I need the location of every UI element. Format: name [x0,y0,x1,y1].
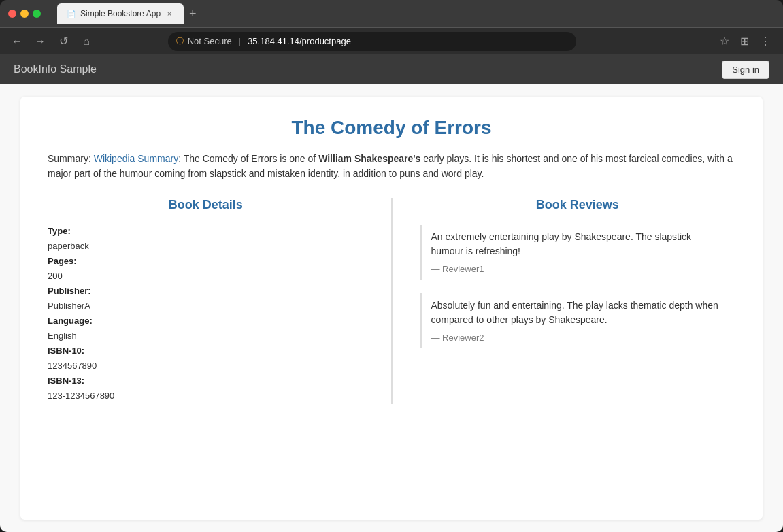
detail-isbn13-row: ISBN-13: [48,374,364,386]
extensions-button[interactable]: ⊞ [736,32,753,50]
publisher-label: Publisher: [48,286,91,296]
detail-type-row: Type: [48,225,364,237]
site-logo: BookInfo Sample [14,63,97,76]
isbn10-value: 1234567890 [48,361,97,371]
summary-text: : The Comedy of Errors is one of [178,153,318,164]
traffic-lights [8,10,41,18]
isbn13-label: ISBN-13: [48,376,84,386]
details-heading: Book Details [48,198,364,212]
detail-isbn13-value-row: 123-1234567890 [48,389,364,401]
detail-publisher-row: Publisher: [48,284,364,297]
home-button[interactable]: ⌂ [78,33,95,50]
book-summary: Summary: Wikipedia Summary: The Comedy o… [48,151,735,182]
refresh-button[interactable]: ↺ [54,33,72,50]
detail-pages-row: Pages: [48,254,364,267]
review-card-1: An extremely entertaining play by Shakes… [420,225,736,280]
book-reviews-section: Book Reviews An extremely entertaining p… [393,198,736,404]
tab-favicon: 📄 [67,10,76,18]
summary-prefix: Summary: [48,153,91,164]
summary-bold: William Shakespeare's [318,153,420,164]
detail-isbn10-row: ISBN-10: [48,344,364,356]
pages-value: 200 [48,271,63,281]
type-label: Type: [48,226,71,236]
webpage: BookInfo Sample Sign in The Comedy of Er… [0,54,783,532]
not-secure-label: Not Secure [188,36,232,46]
url-text: 35.184.41.14/productpage [248,36,351,46]
address-field[interactable]: ⓘ Not Secure | 35.184.41.14/productpage [168,32,576,51]
minimize-button[interactable] [20,10,29,18]
detail-pages-value-row: 200 [48,269,364,282]
reviews-heading: Book Reviews [420,198,736,212]
tab-close-button[interactable]: × [165,9,174,18]
book-title: The Comedy of Errors [48,117,735,139]
publisher-value: PublisherA [48,301,90,311]
detail-publisher-value-row: PublisherA [48,299,364,312]
sign-in-button[interactable]: Sign in [722,61,769,79]
active-tab[interactable]: 📄 Simple Bookstore App × [57,3,184,24]
book-details-section: Book Details Type: paperback Pages: 200 [48,198,393,404]
isbn13-value: 123-1234567890 [48,390,114,401]
type-value: paperback [48,241,89,251]
page-content: The Comedy of Errors Summary: Wikipedia … [20,97,763,520]
language-value: English [48,331,77,341]
address-separator: | [239,36,241,46]
close-button[interactable] [8,10,16,18]
maximize-button[interactable] [33,10,41,18]
wikipedia-link[interactable]: Wikipedia Summary [94,153,178,164]
tab-title-text: Simple Bookstore App [80,9,161,18]
detail-type-value-row: paperback [48,239,364,252]
back-button[interactable]: ← [8,33,26,50]
address-bar: ← → ↺ ⌂ ⓘ Not Secure | 35.184.41.14/prod… [0,27,783,54]
book-main: Book Details Type: paperback Pages: 200 [48,198,735,404]
review-card-2: Absolutely fun and entertaining. The pla… [420,293,736,348]
review-2-text: Absolutely fun and entertaining. The pla… [431,299,727,327]
review-1-text: An extremely entertaining play by Shakes… [431,230,727,259]
isbn10-label: ISBN-10: [48,346,84,356]
menu-button[interactable]: ⋮ [756,32,775,50]
bookmark-button[interactable]: ☆ [716,32,733,50]
title-bar: 📄 Simple Bookstore App × + [0,0,783,27]
review-2-author: — Reviewer2 [431,333,727,343]
security-icon: ⓘ [176,36,184,46]
browser-window: 📄 Simple Bookstore App × + ← → ↺ ⌂ ⓘ Not… [0,0,783,532]
site-header: BookInfo Sample Sign in [0,54,783,84]
new-tab-button[interactable]: + [184,3,202,24]
language-label: Language: [48,316,93,326]
detail-isbn10-value-row: 1234567890 [48,359,364,371]
review-1-author: — Reviewer1 [431,264,727,274]
detail-language-value-row: English [48,329,364,342]
detail-language-row: Language: [48,314,364,327]
tab-bar: 📄 Simple Bookstore App × + [57,3,775,24]
pages-label: Pages: [48,256,77,266]
toolbar-right: ☆ ⊞ ⋮ [716,32,775,50]
forward-button[interactable]: → [31,33,49,50]
